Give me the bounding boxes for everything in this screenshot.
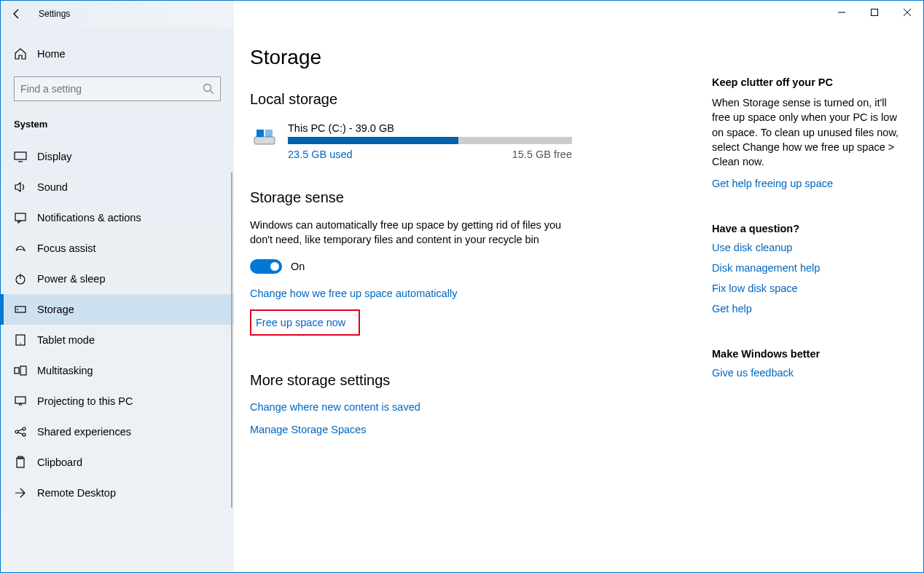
svg-rect-8 bbox=[15, 213, 26, 221]
notifications-icon bbox=[14, 211, 27, 224]
sidebar-item-label: Power & sleep bbox=[37, 273, 106, 285]
back-button[interactable] bbox=[1, 1, 33, 27]
make-windows-better-heading: Make Windows better bbox=[712, 348, 901, 360]
window-title: Settings bbox=[39, 9, 70, 19]
sidebar-item-shared-experiences[interactable]: Shared experiences bbox=[1, 416, 234, 447]
search-icon bbox=[203, 83, 214, 95]
toggle-knob bbox=[270, 262, 279, 271]
storage-icon bbox=[14, 303, 27, 316]
clipboard-icon bbox=[14, 456, 27, 469]
disk-free-text: 15.5 GB free bbox=[512, 149, 572, 160]
multitasking-icon bbox=[14, 364, 27, 377]
page-title: Storage bbox=[250, 46, 697, 69]
toggle-label: On bbox=[291, 261, 305, 272]
sidebar-item-label: Multitasking bbox=[37, 365, 93, 376]
svg-line-21 bbox=[18, 430, 23, 432]
svg-rect-17 bbox=[15, 397, 26, 403]
storage-sense-toggle[interactable] bbox=[250, 259, 282, 274]
disk-name: This PC (C:) - 39.0 GB bbox=[288, 122, 572, 134]
svg-rect-27 bbox=[265, 130, 273, 137]
home-button[interactable]: Home bbox=[1, 40, 234, 68]
search-box[interactable] bbox=[14, 76, 221, 101]
maximize-icon bbox=[871, 9, 878, 16]
svg-rect-6 bbox=[15, 152, 26, 159]
sidebar-item-label: Remote Desktop bbox=[37, 487, 116, 499]
sidebar-item-label: Storage bbox=[37, 304, 74, 315]
get-help-freeing-space-link[interactable]: Get help freeing up space bbox=[712, 178, 901, 189]
more-storage-heading: More storage settings bbox=[250, 372, 697, 389]
sidebar-item-label: Projecting to this PC bbox=[37, 395, 133, 407]
storage-sense-description: Windows can automatically free up space … bbox=[250, 218, 571, 248]
svg-rect-1 bbox=[871, 9, 877, 16]
sidebar-item-tablet-mode[interactable]: Tablet mode bbox=[1, 325, 234, 355]
close-button[interactable] bbox=[890, 1, 923, 24]
right-rail: Keep clutter off your PC When Storage se… bbox=[712, 46, 901, 572]
focus-assist-icon bbox=[14, 242, 27, 255]
sound-icon bbox=[14, 181, 27, 194]
sidebar-item-power-sleep[interactable]: Power & sleep bbox=[1, 264, 234, 294]
svg-rect-25 bbox=[254, 137, 275, 144]
change-auto-link[interactable]: Change how we free up space automaticall… bbox=[250, 288, 458, 299]
sidebar-item-notifications[interactable]: Notifications & actions bbox=[1, 202, 234, 233]
sidebar-item-storage[interactable]: Storage bbox=[1, 294, 234, 325]
section-label: System bbox=[1, 113, 234, 141]
local-storage-heading: Local storage bbox=[250, 91, 697, 108]
clutter-heading: Keep clutter off your PC bbox=[712, 76, 901, 88]
sidebar-item-label: Shared experiences bbox=[37, 426, 131, 438]
svg-rect-16 bbox=[20, 366, 26, 375]
svg-rect-23 bbox=[17, 458, 24, 467]
disk-icon bbox=[250, 122, 279, 151]
sidebar: Home System Display Sound Notifications … bbox=[1, 27, 234, 572]
question-heading: Have a question? bbox=[712, 223, 901, 234]
titlebar: Settings bbox=[1, 1, 923, 27]
close-icon bbox=[904, 9, 911, 16]
free-up-space-highlight: Free up space now bbox=[250, 309, 360, 336]
nav-list: Display Sound Notifications & actions Fo… bbox=[1, 141, 234, 508]
svg-point-20 bbox=[23, 433, 26, 436]
sidebar-item-label: Clipboard bbox=[37, 457, 82, 468]
sidebar-item-projecting[interactable]: Projecting to this PC bbox=[1, 386, 234, 416]
remote-desktop-icon bbox=[14, 486, 27, 499]
minimize-button[interactable] bbox=[825, 1, 858, 24]
fix-low-disk-space-link[interactable]: Fix low disk space bbox=[712, 282, 901, 294]
get-help-link[interactable]: Get help bbox=[712, 303, 901, 315]
disk-management-help-link[interactable]: Disk management help bbox=[712, 262, 901, 274]
main-content: Storage Local storage This PC (C:) - 39.… bbox=[250, 46, 697, 572]
sidebar-item-multitasking[interactable]: Multitasking bbox=[1, 355, 234, 386]
minimize-icon bbox=[838, 9, 845, 16]
give-feedback-link[interactable]: Give us feedback bbox=[712, 367, 901, 379]
sidebar-item-remote-desktop[interactable]: Remote Desktop bbox=[1, 478, 234, 508]
disk-usage-bar bbox=[288, 137, 572, 144]
power-icon bbox=[14, 272, 27, 285]
sidebar-scrollbar[interactable] bbox=[231, 173, 232, 507]
free-up-space-link[interactable]: Free up space now bbox=[256, 317, 345, 328]
change-new-content-link[interactable]: Change where new content is saved bbox=[250, 401, 420, 413]
storage-sense-heading: Storage sense bbox=[250, 189, 697, 206]
manage-storage-spaces-link[interactable]: Manage Storage Spaces bbox=[250, 424, 367, 435]
projecting-icon bbox=[14, 395, 27, 408]
home-icon bbox=[14, 47, 27, 60]
maximize-button[interactable] bbox=[858, 1, 890, 24]
svg-point-18 bbox=[15, 430, 18, 433]
svg-point-12 bbox=[17, 309, 18, 310]
clutter-text: When Storage sense is turned on, it'll f… bbox=[712, 95, 901, 169]
search-input[interactable] bbox=[20, 83, 203, 95]
sidebar-item-display[interactable]: Display bbox=[1, 141, 234, 172]
sidebar-item-clipboard[interactable]: Clipboard bbox=[1, 447, 234, 478]
disk-used-text: 23.5 GB used bbox=[288, 149, 353, 160]
sidebar-item-label: Sound bbox=[37, 181, 68, 193]
window-controls bbox=[825, 1, 923, 24]
disk-row[interactable]: This PC (C:) - 39.0 GB 23.5 GB used 15.5… bbox=[250, 122, 697, 160]
use-disk-cleanup-link[interactable]: Use disk cleanup bbox=[712, 242, 901, 253]
svg-line-5 bbox=[211, 91, 214, 95]
sidebar-item-focus-assist[interactable]: Focus assist bbox=[1, 233, 234, 264]
sidebar-item-sound[interactable]: Sound bbox=[1, 172, 234, 202]
sidebar-item-label: Focus assist bbox=[37, 242, 96, 254]
svg-point-14 bbox=[20, 343, 20, 344]
svg-point-19 bbox=[23, 427, 26, 430]
sidebar-item-label: Notifications & actions bbox=[37, 212, 141, 224]
home-label: Home bbox=[37, 48, 66, 60]
svg-line-22 bbox=[18, 432, 23, 435]
svg-point-4 bbox=[204, 84, 211, 92]
disk-usage-fill bbox=[288, 137, 458, 144]
